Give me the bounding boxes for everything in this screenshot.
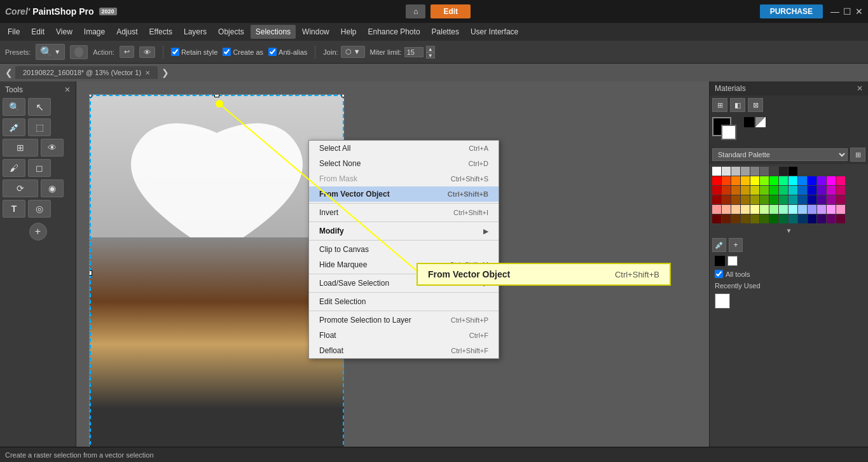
c2-8[interactable]	[779, 186, 788, 195]
c5-8[interactable]	[779, 214, 788, 223]
color-darkgray1[interactable]	[760, 167, 769, 176]
tab-nav-right[interactable]: ❯	[159, 67, 172, 78]
color-lightgray2[interactable]	[731, 167, 740, 176]
menu-palettes[interactable]: Palettes	[427, 25, 464, 39]
dd-clip-canvas[interactable]: Clip to Canvas	[309, 242, 499, 257]
c5-5[interactable]	[750, 214, 759, 223]
dd-edit-selection[interactable]: Edit Selection	[309, 294, 499, 309]
scroll-down-icon[interactable]: ▼	[786, 227, 792, 234]
c5-3[interactable]	[731, 214, 740, 223]
eyedropper-extra-btn[interactable]: 💉	[712, 238, 726, 252]
tools-close-btn[interactable]: ✕	[64, 85, 71, 94]
color-gray1[interactable]	[741, 167, 750, 176]
home-button[interactable]: ⌂	[406, 4, 425, 18]
c-y1[interactable]	[760, 176, 769, 185]
dd-modify[interactable]: Modify ▶	[309, 223, 499, 239]
c5-14[interactable]	[836, 214, 845, 223]
color-lightgray1[interactable]	[722, 167, 731, 176]
c3-10[interactable]	[798, 195, 807, 204]
c-b1[interactable]	[798, 176, 807, 185]
tab-nav-left[interactable]: ❮	[3, 67, 15, 78]
c2-5[interactable]	[750, 186, 759, 195]
checkerboard-swatch[interactable]	[755, 117, 766, 127]
close-button[interactable]: ✕	[855, 6, 863, 17]
transform-tool[interactable]: ⊞	[3, 139, 38, 157]
join-dropdown[interactable]: ⬡ ▼	[341, 46, 365, 58]
menu-view[interactable]: View	[51, 25, 78, 39]
maximize-button[interactable]: ☐	[843, 6, 851, 17]
c2-3[interactable]	[731, 186, 740, 195]
c3-8[interactable]	[779, 195, 788, 204]
menu-window[interactable]: Window	[297, 25, 334, 39]
color-black[interactable]	[789, 167, 797, 176]
mat-pattern-btn[interactable]: ⊠	[748, 98, 763, 112]
c3-1[interactable]	[712, 195, 721, 204]
menu-enhance-photo[interactable]: Enhance Photo	[362, 25, 425, 39]
c-v1[interactable]	[817, 176, 826, 185]
mat-gradient-btn[interactable]: ◧	[730, 98, 745, 112]
c4-9[interactable]	[789, 205, 797, 214]
action-icon[interactable]	[70, 45, 88, 59]
c4-2[interactable]	[722, 205, 731, 214]
c4-12[interactable]	[817, 205, 826, 214]
c3-12[interactable]	[817, 195, 826, 204]
c5-1[interactable]	[712, 214, 721, 223]
c2-12[interactable]	[817, 186, 826, 195]
recent-swatch-1[interactable]	[715, 293, 730, 309]
menu-edit[interactable]: Edit	[26, 25, 50, 39]
dd-defloat[interactable]: Defloat Ctrl+Shift+F	[309, 343, 499, 358]
menu-user-interface[interactable]: User Interface	[465, 25, 523, 39]
c4-1[interactable]	[712, 205, 721, 214]
c5-11[interactable]	[808, 214, 816, 223]
miter-down[interactable]: ▼	[426, 52, 435, 59]
c5-12[interactable]	[817, 214, 826, 223]
c4-10[interactable]	[798, 205, 807, 214]
c-blue[interactable]	[808, 176, 816, 185]
c3-4[interactable]	[741, 195, 750, 204]
menu-objects[interactable]: Objects	[213, 25, 249, 39]
anti-alias-checkbox[interactable]: Anti-alias	[268, 48, 307, 56]
c-r2[interactable]	[731, 176, 740, 185]
menu-image[interactable]: Image	[79, 25, 110, 39]
c2-10[interactable]	[798, 186, 807, 195]
c5-7[interactable]	[769, 214, 778, 223]
dd-select-none[interactable]: Select None Ctrl+D	[309, 156, 499, 171]
miter-up[interactable]: ▲	[426, 46, 435, 52]
clone-tool[interactable]: ⟳	[3, 179, 38, 197]
eyedropper-tool[interactable]: 💉	[3, 118, 25, 136]
action-btn2[interactable]: 👁	[139, 46, 155, 58]
c5-10[interactable]	[798, 214, 807, 223]
color-nearblack[interactable]	[779, 167, 788, 176]
shape-tool[interactable]: ◎	[28, 200, 51, 218]
c4-14[interactable]	[836, 205, 845, 214]
bg-color-swatch[interactable]	[721, 125, 736, 140]
all-tools-checkbox[interactable]	[715, 270, 723, 278]
create-as-checkbox[interactable]: Create as	[223, 48, 263, 56]
c-yellow[interactable]	[750, 176, 759, 185]
c3-5[interactable]	[750, 195, 759, 204]
c2-7[interactable]	[769, 186, 778, 195]
select-tool[interactable]: ↖	[28, 98, 51, 116]
c4-7[interactable]	[769, 205, 778, 214]
eye-tool[interactable]: 👁	[41, 139, 64, 157]
menu-effects[interactable]: Effects	[144, 25, 177, 39]
c3-14[interactable]	[836, 195, 845, 204]
c2-11[interactable]	[808, 186, 816, 195]
black-arrow-swatch[interactable]	[715, 256, 725, 266]
c3-13[interactable]	[827, 195, 836, 204]
c2-9[interactable]	[789, 186, 797, 195]
c2-14[interactable]	[836, 186, 845, 195]
text-tool[interactable]: T	[3, 200, 25, 218]
c5-6[interactable]	[760, 214, 769, 223]
c-g1[interactable]	[779, 176, 788, 185]
retain-style-checkbox[interactable]: Retain style	[171, 48, 217, 56]
c4-13[interactable]	[827, 205, 836, 214]
c-red[interactable]	[712, 176, 721, 185]
c4-6[interactable]	[760, 205, 769, 214]
c-r1[interactable]	[722, 176, 731, 185]
c3-9[interactable]	[789, 195, 797, 204]
dd-promote[interactable]: Promote Selection to Layer Ctrl+Shift+P	[309, 312, 499, 328]
presets-dropdown[interactable]: 🔍▼	[36, 44, 65, 60]
c2-1[interactable]	[712, 186, 721, 195]
c2-13[interactable]	[827, 186, 836, 195]
